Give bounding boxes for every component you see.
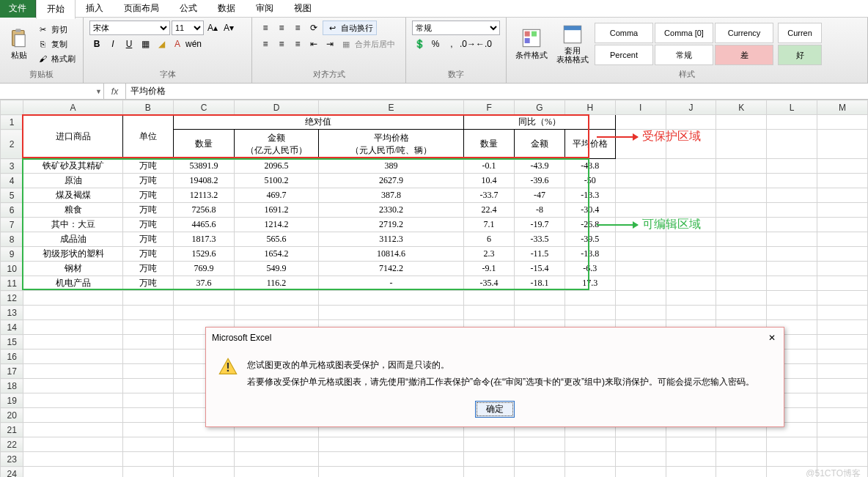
cell-B3[interactable]: 万吨 [122, 159, 173, 174]
cell-D23[interactable] [235, 452, 319, 467]
align-bottom-button[interactable]: ≡ [290, 21, 305, 35]
cell-J4[interactable] [666, 174, 716, 188]
style-percent[interactable]: Percent [595, 45, 653, 65]
cell-A21[interactable] [23, 423, 123, 437]
comma-button[interactable]: , [444, 37, 459, 51]
cell-D11[interactable]: 116.2 [235, 276, 319, 291]
cell-D7[interactable]: 1214.2 [235, 218, 319, 232]
cell-J10[interactable] [666, 262, 716, 276]
row-header-21[interactable]: 21 [1, 423, 23, 437]
font-name-select[interactable]: 宋体 [89, 21, 170, 35]
cell-B14[interactable] [122, 320, 173, 335]
cell-B20[interactable] [122, 408, 173, 423]
row-header-9[interactable]: 9 [1, 247, 23, 262]
cell-E13[interactable] [318, 306, 463, 320]
col-header-K[interactable]: K [716, 100, 767, 115]
cell-F2[interactable]: 数量 [464, 130, 515, 159]
tab-insert[interactable]: 插入 [76, 0, 114, 18]
cell-D13[interactable] [235, 306, 319, 320]
cell-B18[interactable] [122, 379, 173, 393]
italic-button[interactable]: I [106, 37, 120, 51]
cell-D22[interactable] [235, 437, 319, 452]
cell-E6[interactable]: 2330.2 [318, 203, 463, 218]
cell-H24[interactable] [564, 467, 615, 478]
cell-M5[interactable] [817, 188, 868, 203]
wrap-text-button[interactable]: ↩自动换行 [323, 21, 377, 35]
cell-D8[interactable]: 565.6 [235, 232, 319, 247]
cell-A13[interactable] [23, 306, 123, 320]
cell-A19[interactable] [23, 393, 123, 408]
bold-button[interactable]: B [89, 37, 104, 51]
cell-B19[interactable] [122, 393, 173, 408]
cell-E12[interactable] [318, 291, 463, 306]
orientation-button[interactable]: ⟳ [306, 21, 321, 35]
cell-B7[interactable]: 万吨 [122, 218, 173, 232]
cell-L12[interactable] [767, 291, 817, 306]
cell-L3[interactable] [767, 159, 817, 174]
cell-B9[interactable]: 万吨 [122, 247, 173, 262]
cell-G4[interactable]: -39.6 [514, 174, 564, 188]
row-header-11[interactable]: 11 [1, 276, 23, 291]
tab-file[interactable]: 文件 [0, 0, 36, 18]
cell-K13[interactable] [716, 306, 767, 320]
cell-A4[interactable]: 原油 [23, 174, 123, 188]
cell-M2[interactable] [817, 130, 868, 159]
cell-C6[interactable]: 7256.8 [173, 203, 234, 218]
cell-C8[interactable]: 1817.3 [173, 232, 234, 247]
cell-K4[interactable] [716, 174, 767, 188]
cell-M8[interactable] [817, 232, 868, 247]
cell-E2[interactable]: 平均价格 （元人民币/吨、辆） [318, 130, 463, 159]
cell-J6[interactable] [666, 203, 716, 218]
cell-C12[interactable] [173, 291, 234, 306]
col-header-A[interactable]: A [23, 100, 123, 115]
cell-E9[interactable]: 10814.6 [318, 247, 463, 262]
row-header-10[interactable]: 10 [1, 262, 23, 276]
font-size-select[interactable]: 11 [172, 21, 204, 35]
cell-K2[interactable] [716, 130, 767, 159]
col-header-E[interactable]: E [318, 100, 463, 115]
cell-M21[interactable] [817, 423, 868, 437]
cell-C2[interactable]: 数量 [173, 130, 234, 159]
cell-M16[interactable] [817, 350, 868, 364]
cell-K3[interactable] [716, 159, 767, 174]
cell-J9[interactable] [666, 247, 716, 262]
cell-H6[interactable]: -30.4 [564, 203, 615, 218]
align-left-button[interactable]: ≡ [258, 37, 273, 51]
row-header-15[interactable]: 15 [1, 335, 23, 350]
decrease-font-button[interactable]: A▾ [221, 21, 236, 35]
cell-E10[interactable]: 7142.2 [318, 262, 463, 276]
cell-D6[interactable]: 1691.2 [235, 203, 319, 218]
row-header-4[interactable]: 4 [1, 174, 23, 188]
cell-I24[interactable] [615, 467, 666, 478]
cell-I8[interactable] [615, 232, 666, 247]
cell-E3[interactable]: 389 [318, 159, 463, 174]
cell-G23[interactable] [514, 452, 564, 467]
row-header-19[interactable]: 19 [1, 393, 23, 408]
cell-D2[interactable]: 金额 （亿元人民币） [235, 130, 319, 159]
underline-button[interactable]: U [122, 37, 136, 51]
cell-A1[interactable]: 进口商品 [23, 115, 123, 159]
cell-K23[interactable] [716, 452, 767, 467]
cell-J11[interactable] [666, 276, 716, 291]
cell-G6[interactable]: -8 [514, 203, 564, 218]
cell-J3[interactable] [666, 159, 716, 174]
row-header-1[interactable]: 1 [1, 115, 23, 130]
cell-A18[interactable] [23, 379, 123, 393]
cell-I12[interactable] [615, 291, 666, 306]
cell-L8[interactable] [767, 232, 817, 247]
cell-F4[interactable]: 10.4 [464, 174, 515, 188]
tab-formula[interactable]: 公式 [169, 0, 207, 18]
cell-M19[interactable] [817, 393, 868, 408]
row-header-24[interactable]: 24 [1, 467, 23, 478]
cell-I4[interactable] [615, 174, 666, 188]
indent-increase-button[interactable]: ⇥ [323, 37, 337, 51]
align-middle-button[interactable]: ≡ [274, 21, 289, 35]
cell-E23[interactable] [318, 452, 463, 467]
merge-center-button[interactable]: ▦合并后居中 [339, 37, 397, 51]
cell-H8[interactable]: -39.5 [564, 232, 615, 247]
border-button[interactable]: ▦ [138, 37, 152, 51]
cell-D12[interactable] [235, 291, 319, 306]
conditional-format-button[interactable]: 条件格式 [512, 26, 551, 62]
cell-G24[interactable] [514, 467, 564, 478]
cell-B17[interactable] [122, 364, 173, 379]
